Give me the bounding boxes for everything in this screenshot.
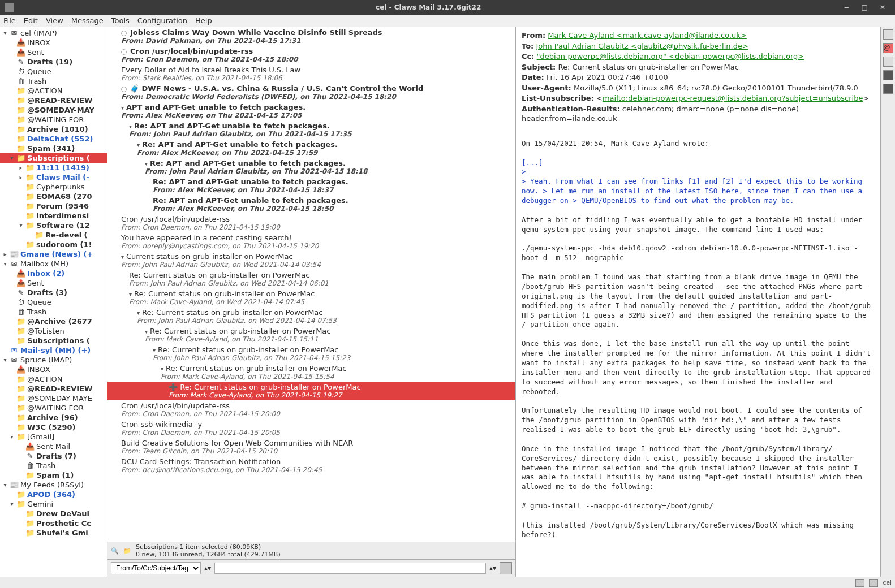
address-icon[interactable]: @ <box>883 43 893 53</box>
folder-row[interactable]: 📥INBOX <box>0 38 107 47</box>
folder-row[interactable]: 📁Interdimensi <box>0 211 107 220</box>
folder-row[interactable]: ✎Drafts (3) <box>0 288 107 297</box>
folder-row[interactable]: 📁Spam (341) <box>0 144 107 153</box>
folder-row[interactable]: ▾📰My Feeds (RSSyl) <box>0 480 107 490</box>
folder-row[interactable]: ▾✉Spruce (IMAP) <box>0 355 107 365</box>
thread-toggle-icon[interactable]: ▾ <box>161 366 163 372</box>
message-row[interactable]: ▾Re: Current status on grub-installer on… <box>107 363 515 382</box>
header-from-value[interactable]: Mark Cave-Ayland <mark.cave-ayland@iland… <box>548 31 746 40</box>
menu-help[interactable]: Help <box>195 16 212 25</box>
folder-row[interactable]: ▾✉cel (IMAP) <box>0 28 107 38</box>
message-row[interactable]: ▾Re: APT and APT-Get unable to fetch pac… <box>107 139 515 158</box>
folder-row[interactable]: 📤Sent <box>0 47 107 57</box>
expand-icon[interactable]: ▸ <box>18 165 24 171</box>
message-row[interactable]: ▾Re: Current status on grub-installer on… <box>107 326 515 344</box>
thread-toggle-icon[interactable]: ▾ <box>121 105 124 111</box>
header-cc-value[interactable]: "debian-powerpc@lists.debian.org" <debia… <box>537 52 804 60</box>
menu-tools[interactable]: Tools <box>111 16 130 25</box>
goto-top-icon[interactable] <box>883 29 893 40</box>
folder-row[interactable]: 📁sudoroom (1! <box>0 240 107 249</box>
folder-row[interactable]: ▾📁Subscriptions ( <box>0 153 107 163</box>
folder-row[interactable]: ✎Drafts (7) <box>0 451 107 461</box>
folder-row[interactable]: ▸📰Gmane (News) (+ <box>0 249 107 259</box>
message-row[interactable]: ▾APT and APT-Get unable to fetch package… <box>107 102 515 120</box>
message-row[interactable]: Build Creative Solutions for Open Web Co… <box>107 438 515 456</box>
thread-toggle-icon[interactable]: ▾ <box>137 310 140 316</box>
message-row[interactable]: ▾Re: Current status on grub-installer on… <box>107 307 515 326</box>
folder-row[interactable]: 📥Inbox (2) <box>0 269 107 278</box>
folder-row[interactable]: 📁@ACTION <box>0 374 107 384</box>
folder-row[interactable]: 📁Prosthetic Cc <box>0 518 107 528</box>
folder-row[interactable]: 🗑Trash <box>0 461 107 470</box>
header-listunsub-value[interactable]: mailto:debian-powerpc-request@lists.debi… <box>603 94 863 102</box>
folder-row[interactable]: 📁W3C (5290) <box>0 422 107 432</box>
folder-row[interactable]: ▾📁Software (12 <box>0 220 107 230</box>
attachment-icon[interactable] <box>883 84 893 94</box>
folder-row[interactable]: 📁Spam (1) <box>0 470 107 480</box>
message-row[interactable]: DCU Card Settings: Transaction Notificat… <box>107 456 515 475</box>
folder-row[interactable]: 📁@ACTION <box>0 86 107 96</box>
expand-icon[interactable]: ▾ <box>9 155 15 161</box>
folder-row[interactable]: 📁EOMA68 (270 <box>0 192 107 201</box>
expand-icon[interactable]: ▾ <box>9 501 15 507</box>
window-close-button[interactable]: ✕ <box>875 3 890 11</box>
message-body-view[interactable]: From: Mark Cave-Ayland <mark.cave-ayland… <box>516 27 880 577</box>
message-row[interactable]: Cron ssb-wikimedia -yFrom: Cron Daemon, … <box>107 419 515 438</box>
thread-toggle-icon[interactable]: ▾ <box>145 328 148 335</box>
magnify-icon[interactable]: 🔍 <box>111 547 119 555</box>
folder-row[interactable]: 📁@SOMEDAY-MAY <box>0 105 107 115</box>
folder-row[interactable]: 📁Archive (96) <box>0 413 107 422</box>
folder-row[interactable]: 🗑Trash <box>0 76 107 86</box>
thread-toggle-icon[interactable]: ▾ <box>145 161 148 167</box>
search-input[interactable] <box>214 563 486 574</box>
menu-file[interactable]: File <box>3 16 16 25</box>
folder-row[interactable]: 📁@WAITING FOR <box>0 403 107 413</box>
folder-row[interactable]: 📥INBOX <box>0 365 107 374</box>
folder-row[interactable]: 🗑Trash <box>0 307 107 317</box>
message-list[interactable]: Jobless Claims Way Down While Vaccine Di… <box>107 27 515 542</box>
thread-toggle-icon[interactable]: ▾ <box>137 142 140 148</box>
folder-row[interactable]: 📁APOD (364) <box>0 490 107 499</box>
text-part-icon[interactable] <box>883 57 893 67</box>
message-row[interactable]: ▾Current status on grub-installer on Pow… <box>107 251 515 270</box>
folder-row[interactable]: 📁Drew DeVaul <box>0 509 107 518</box>
folder-row[interactable]: 📤Sent Mail <box>0 442 107 451</box>
message-row[interactable]: ▾Re: Current status on grub-installer on… <box>107 344 515 363</box>
folder-row[interactable]: 📁Subscriptions ( <box>0 336 107 345</box>
folder-row[interactable]: ⏱Queue <box>0 67 107 76</box>
message-row[interactable]: Jobless Claims Way Down While Vaccine Di… <box>107 27 515 46</box>
thread-toggle-icon[interactable]: ▾ <box>129 123 132 129</box>
message-row[interactable]: ▾Re: APT and APT-Get unable to fetch pac… <box>107 158 515 176</box>
window-minimize-button[interactable]: − <box>838 3 854 11</box>
folder-row[interactable]: 📤Sent <box>0 278 107 288</box>
network-status-icon[interactable] <box>855 579 864 587</box>
menu-view[interactable]: View <box>46 16 63 25</box>
folder-row[interactable]: ▾📁Gemini <box>0 499 107 509</box>
message-row[interactable]: ▾Re: Current status on grub-installer on… <box>107 288 515 307</box>
expand-icon[interactable]: ▾ <box>2 357 8 363</box>
folder-row[interactable]: ⏱Queue <box>0 297 107 307</box>
search-go-button[interactable] <box>500 562 512 574</box>
menu-edit[interactable]: Edit <box>24 16 38 25</box>
message-row[interactable]: Every Dollar of Aid to Israel Breaks Thi… <box>107 64 515 83</box>
thread-toggle-icon[interactable]: ▾ <box>129 291 132 297</box>
message-row[interactable]: ▾Re: APT and APT-Get unable to fetch pac… <box>107 120 515 139</box>
folder-row[interactable]: ▸📁11:11 (1419) <box>0 163 107 172</box>
message-row[interactable]: Re: Current status on grub-installer on … <box>107 270 515 288</box>
menu-message[interactable]: Message <box>71 16 104 25</box>
attachment-icon[interactable] <box>883 70 893 80</box>
folder-row[interactable]: 📁@WAITING FOR <box>0 115 107 124</box>
window-maximize-button[interactable]: □ <box>857 3 872 11</box>
folder-row[interactable]: 📁Re-devel ( <box>0 230 107 240</box>
expand-icon[interactable]: ▾ <box>9 434 15 440</box>
message-row[interactable]: Cron /usr/local/bin/update-rssFrom: Cron… <box>107 400 515 419</box>
folder-row[interactable]: 📁Shufei's Gmi <box>0 528 107 538</box>
thread-toggle-icon[interactable]: ▾ <box>121 254 124 260</box>
folder-row[interactable]: 📁@Archive (2677 <box>0 317 107 326</box>
folder-row[interactable]: 📁Forum (9546 <box>0 201 107 211</box>
folder-row[interactable]: 📁DeltaChat (552) <box>0 134 107 144</box>
expand-icon[interactable]: ▸ <box>2 251 8 257</box>
message-row[interactable]: 🧳 DWF News - U.S.A. vs. China & Russia /… <box>107 83 515 102</box>
message-row[interactable]: Re: APT and APT-Get unable to fetch pack… <box>107 195 515 214</box>
expand-icon[interactable]: ▸ <box>18 174 24 180</box>
